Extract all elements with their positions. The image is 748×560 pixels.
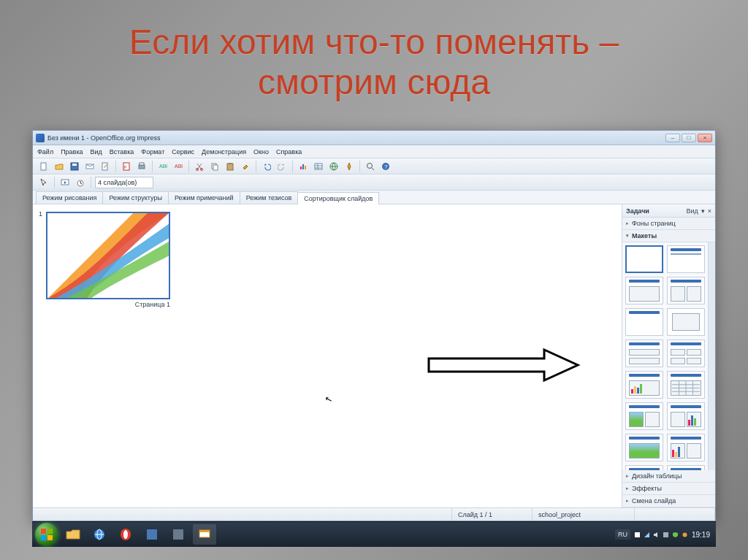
svg-point-42	[682, 532, 687, 537]
menu-insert[interactable]: Вставка	[110, 148, 134, 156]
slide-frame[interactable]	[46, 212, 170, 299]
slide-sorter-pane[interactable]: 1 Страница 1 ↖	[33, 204, 622, 507]
start-button[interactable]	[35, 523, 58, 546]
format-paintbrush-button[interactable]	[239, 160, 252, 173]
section-master-pages[interactable]: ▸Фоны страниц	[622, 218, 715, 230]
rehearse-button[interactable]	[74, 176, 87, 189]
menu-format[interactable]: Формат	[141, 148, 164, 156]
menu-view[interactable]: Вид	[91, 148, 102, 156]
slide-show-button[interactable]	[58, 176, 72, 189]
svg-rect-15	[227, 164, 233, 170]
svg-rect-30	[41, 535, 46, 540]
help-button[interactable]: ?	[379, 160, 392, 173]
menu-window[interactable]: Окно	[253, 148, 269, 156]
email-button[interactable]	[83, 160, 96, 173]
chart-button[interactable]	[297, 160, 310, 173]
taskbar-opera[interactable]	[114, 524, 137, 545]
layout-blank[interactable]	[625, 245, 663, 273]
standard-toolbar: P ABC ABC ?	[33, 158, 715, 174]
maximize-button[interactable]: □	[682, 134, 696, 142]
svg-rect-17	[300, 166, 302, 169]
slide-thumbnail-1[interactable]: 1 Страница 1	[46, 212, 170, 308]
tab-notes[interactable]: Режим примечаний	[168, 191, 240, 204]
svg-rect-8	[140, 163, 144, 165]
taskbar-impress[interactable]	[193, 524, 216, 545]
taskbar-ie[interactable]	[88, 524, 111, 545]
taskpane-scrollbar[interactable]	[708, 242, 715, 470]
taskpane-close-icon[interactable]: ×	[708, 207, 711, 215]
autospell-button[interactable]: ABC	[172, 160, 185, 173]
tab-sorter[interactable]: Сортировщик слайдов	[297, 192, 379, 204]
cut-button[interactable]	[193, 160, 206, 173]
new-doc-button[interactable]	[37, 160, 50, 173]
pointer-button[interactable]	[37, 176, 50, 189]
layout-two-content[interactable]	[667, 277, 705, 304]
window-title: Без имени 1 - OpenOffice.org Impress	[47, 134, 663, 142]
layout-title-content[interactable]	[625, 277, 663, 304]
hyperlink-button[interactable]	[327, 160, 340, 173]
layout-title[interactable]	[667, 245, 705, 273]
taskpane-view-label[interactable]: Вид	[686, 207, 698, 215]
tab-drawing[interactable]: Режим рисования	[36, 191, 103, 204]
layout-more-1[interactable]	[625, 465, 663, 470]
tray-volume-icon[interactable]	[654, 532, 659, 537]
menu-tools[interactable]: Сервис	[172, 148, 194, 156]
language-indicator[interactable]: RU	[615, 529, 630, 540]
tab-outline[interactable]: Режим структуры	[102, 191, 168, 204]
layout-four-content[interactable]	[667, 340, 705, 367]
svg-rect-14	[213, 165, 218, 170]
minimize-button[interactable]: –	[665, 134, 680, 142]
menu-file[interactable]: Файл	[37, 148, 53, 156]
table-button[interactable]	[312, 160, 325, 173]
spellcheck-button[interactable]: ABC	[156, 160, 169, 173]
taskbar-app2[interactable]	[167, 524, 190, 545]
windows-taskbar: RU 19:19	[32, 521, 716, 547]
redo-button[interactable]	[275, 160, 289, 173]
layout-more-2[interactable]	[667, 465, 705, 470]
menu-edit[interactable]: Правка	[61, 148, 83, 156]
slides-per-row-dropdown[interactable]: 4 слайда(ов)	[95, 177, 153, 188]
print-button[interactable]	[135, 160, 148, 173]
edit-doc-button[interactable]	[99, 160, 112, 173]
tray-action-icon[interactable]	[663, 532, 668, 537]
section-effects[interactable]: ▸Эффекты	[622, 483, 715, 495]
save-button[interactable]	[68, 160, 81, 173]
menu-slideshow[interactable]: Демонстрация	[202, 148, 246, 156]
zoom-button[interactable]	[364, 160, 377, 173]
svg-rect-16	[229, 163, 232, 164]
navigator-button[interactable]	[343, 160, 356, 173]
clock[interactable]: 19:19	[692, 531, 710, 539]
layout-chart-text[interactable]	[667, 434, 705, 461]
taskpane-header: Задачи Вид ▾ ×	[622, 204, 715, 218]
layout-image-only[interactable]	[625, 434, 663, 461]
menu-help[interactable]: Справка	[276, 148, 302, 156]
tray-shield-icon[interactable]	[673, 532, 678, 537]
status-extra	[635, 508, 715, 521]
taskpane-menu-icon[interactable]: ▾	[701, 207, 705, 215]
taskbar-explorer[interactable]	[61, 524, 85, 545]
tray-network-icon[interactable]	[644, 532, 649, 537]
layout-image-text[interactable]	[625, 402, 663, 430]
window-titlebar[interactable]: Без имени 1 - OpenOffice.org Impress – □…	[33, 131, 715, 145]
section-layouts[interactable]: ▾Макеты	[622, 230, 715, 242]
layout-chart[interactable]	[625, 371, 663, 399]
close-button[interactable]: ×	[698, 134, 712, 142]
layout-text-chart[interactable]	[667, 402, 705, 430]
section-table-design[interactable]: ▸Дизайн таблицы	[622, 470, 715, 483]
tray-flag-icon[interactable]	[635, 532, 640, 537]
layout-table[interactable]	[667, 371, 705, 399]
section-transition[interactable]: ▸Смена слайда	[622, 495, 715, 507]
layout-title-only[interactable]	[625, 308, 663, 336]
tab-handout[interactable]: Режим тезисов	[240, 191, 299, 204]
taskbar-app1[interactable]	[140, 524, 164, 545]
copy-button[interactable]	[208, 160, 221, 173]
undo-button[interactable]	[260, 160, 273, 173]
pdf-export-button[interactable]: P	[120, 160, 133, 173]
tray-icon[interactable]	[682, 532, 687, 537]
slide-art	[47, 213, 169, 299]
open-button[interactable]	[53, 160, 66, 173]
layout-content-over[interactable]	[625, 340, 663, 367]
layout-centered[interactable]	[667, 308, 705, 336]
paste-button[interactable]	[224, 160, 237, 173]
system-tray: RU 19:19	[615, 529, 713, 540]
